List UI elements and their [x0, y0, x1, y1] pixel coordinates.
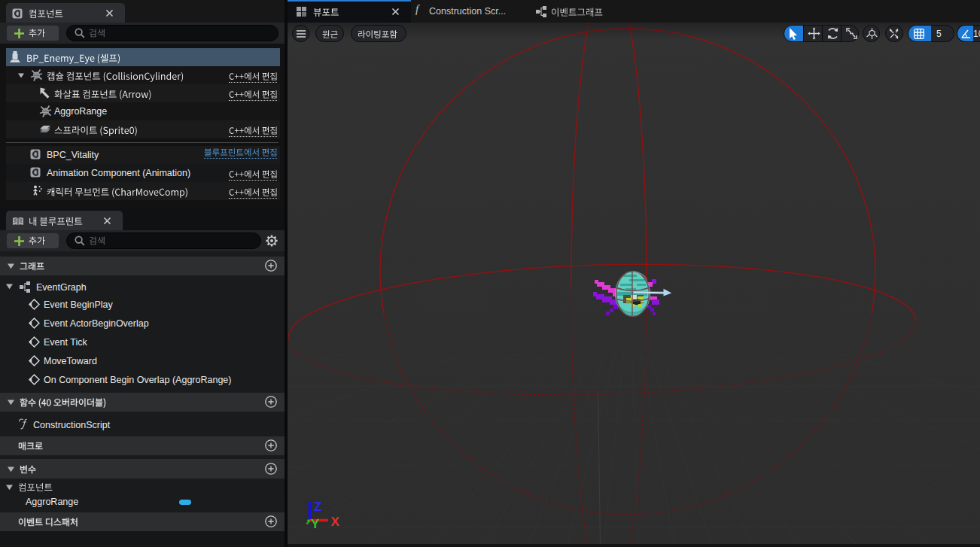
svg-text:X: X	[331, 515, 340, 529]
svg-text:Y: Y	[311, 517, 320, 531]
svg-text:Z: Z	[314, 500, 321, 514]
